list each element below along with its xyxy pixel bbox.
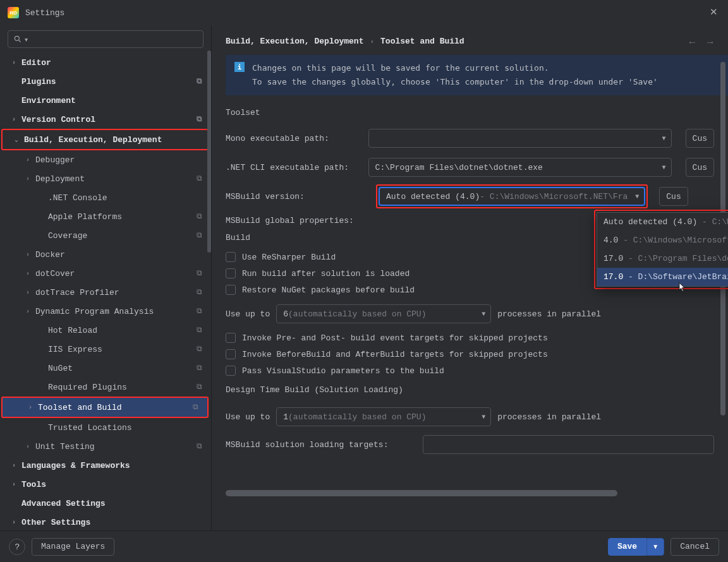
chevron-down-icon: ▼ <box>662 135 666 142</box>
use-resharper-label: Use ReSharper Build <box>242 253 336 262</box>
tree-item-hot-reload[interactable]: Hot Reload⧉ <box>0 321 211 340</box>
tree-item-label: Coverage <box>48 231 87 241</box>
chevron-right-icon: › <box>370 38 374 45</box>
tree-item-docker[interactable]: ›Docker <box>0 245 211 264</box>
tree-item-unit-testing[interactable]: ›Unit Testing⧉ <box>0 437 211 456</box>
build-processes-combo[interactable]: 6 (automatically based on CPU) ▼ <box>276 304 491 323</box>
tree-item-required-plugins[interactable]: Required Plugins⧉ <box>0 378 211 397</box>
settings-tree: ›EditorPlugins⧉Environment›Version Contr… <box>0 53 211 530</box>
tree-item-apple-platforms[interactable]: Apple Platforms⧉ <box>0 207 211 226</box>
sidebar-scrollbar[interactable] <box>207 51 211 527</box>
tree-item-editor[interactable]: ›Editor <box>0 53 211 72</box>
search-icon <box>13 35 22 44</box>
msbuild-version-label: MSBuild version: <box>226 192 371 201</box>
breadcrumb-parent[interactable]: Build, Execution, Deployment <box>226 37 363 46</box>
invoke-beforeafter-checkbox[interactable] <box>226 349 236 359</box>
save-button[interactable]: Save <box>608 538 646 556</box>
chevron-right-icon: › <box>10 59 18 66</box>
nav-forward-icon[interactable]: → <box>705 37 715 47</box>
tree-item-environment[interactable]: Environment <box>0 91 211 110</box>
mono-custom-button[interactable]: Cus <box>686 129 714 148</box>
build-processes-suffix: processes in parallel <box>497 309 601 319</box>
use-resharper-checkbox[interactable] <box>226 252 236 262</box>
mono-path-combo[interactable]: ▼ <box>368 129 672 148</box>
msbuild-loading-targets-label: MSBuild solution loading targets: <box>226 440 415 450</box>
search-clear-icon: ▾ <box>25 36 28 43</box>
msbuild-custom-button[interactable]: Cus <box>659 187 688 206</box>
tree-item-dotcover[interactable]: ›dotCover⧉ <box>0 264 211 283</box>
tree-item-label: Deployment <box>35 174 85 184</box>
layer-icon: ⧉ <box>197 442 202 451</box>
manage-layers-button[interactable]: Manage Layers <box>32 538 114 556</box>
tree-item-other-settings[interactable]: ›Other Settings <box>0 513 211 530</box>
tree-item-languages-frameworks[interactable]: ›Languages & Frameworks <box>0 456 211 475</box>
tree-item-advanced-settings[interactable]: Advanced Settings <box>0 494 211 513</box>
invoke-prepost-checkbox[interactable] <box>226 333 236 343</box>
restore-nuget-checkbox[interactable] <box>226 285 236 295</box>
chevron-right-icon: › <box>10 116 18 123</box>
tree-item-iis-express[interactable]: IIS Express⧉ <box>0 340 211 359</box>
settings-sidebar: ▾ ›EditorPlugins⧉Environment›Version Con… <box>0 25 212 530</box>
chevron-down-icon: ▼ <box>635 193 639 200</box>
tree-item-trusted-locations[interactable]: Trusted Locations <box>0 418 211 437</box>
chevron-right-icon: › <box>24 251 32 258</box>
content-hscrollbar[interactable] <box>226 490 617 496</box>
sidebar-search-input[interactable]: ▾ <box>8 30 203 48</box>
layer-icon: ⧉ <box>197 326 202 335</box>
tree-item-plugins[interactable]: Plugins⧉ <box>0 72 211 91</box>
restore-nuget-label: Restore NuGet packages before build <box>242 285 415 295</box>
breadcrumb: Build, Execution, Deployment › Toolset a… <box>212 25 728 55</box>
save-split-button[interactable]: ▼ <box>646 538 664 556</box>
tree-item-dottrace-profiler[interactable]: ›dotTrace Profiler⧉ <box>0 283 211 302</box>
tree-item-label: Languages & Frameworks <box>21 461 130 470</box>
layer-icon: ⧉ <box>197 383 202 392</box>
chevron-right-icon: › <box>24 270 32 277</box>
close-icon[interactable]: ✕ <box>710 6 718 18</box>
dotnet-cli-combo[interactable]: C:\Program Files\dotnet\dotnet.exe ▼ <box>368 158 672 177</box>
chevron-right-icon: › <box>27 404 34 411</box>
msbuild-option[interactable]: Auto detected (4.0) - C:\Windows\Microso… <box>597 213 728 231</box>
invoke-prepost-label: Invoke Pre- and Post- build event target… <box>242 333 548 343</box>
chevron-down-icon: ▼ <box>482 311 485 318</box>
msbuild-loading-targets-input[interactable] <box>423 435 714 454</box>
mono-path-label: Mono executable path: <box>226 134 361 143</box>
tree-item-label: Other Settings <box>21 518 90 527</box>
tree-item-label: .NET Console <box>48 193 107 203</box>
run-after-load-checkbox[interactable] <box>226 268 236 278</box>
cancel-button[interactable]: Cancel <box>670 538 719 556</box>
app-logo: RD <box>8 7 19 18</box>
layer-icon: ⧉ <box>197 212 202 221</box>
tree-item-label: Trusted Locations <box>48 423 132 433</box>
settings-content: Build, Execution, Deployment › Toolset a… <box>212 25 728 530</box>
tree-item-tools[interactable]: ›Tools <box>0 475 211 494</box>
layer-icon: ⧉ <box>197 345 202 354</box>
tree-item-label: Environment <box>21 96 76 105</box>
design-processes-combo[interactable]: 1 (automatically based on CPU) ▼ <box>276 407 491 426</box>
tree-item-dynamic-program-analysis[interactable]: ›Dynamic Program Analysis⧉ <box>0 302 211 321</box>
design-processes-suffix: processes in parallel <box>497 412 601 422</box>
tree-item-toolset-and-build[interactable]: ›Toolset and Build⧉ <box>3 398 207 417</box>
tree-item-debugger[interactable]: ›Debugger <box>0 150 211 169</box>
tree-item-label: Dynamic Program Analysis <box>35 307 154 316</box>
tree-item-nuget[interactable]: NuGet⧉ <box>0 359 211 378</box>
tree-item-deployment[interactable]: ›Deployment⧉ <box>0 169 211 188</box>
layer-icon: ⧉ <box>197 231 202 240</box>
tree-item-label: Toolset and Build <box>38 403 122 412</box>
pass-vs-checkbox[interactable] <box>226 366 236 376</box>
msbuild-version-combo[interactable]: Auto detected (4.0) - C:\Windows\Microso… <box>379 187 645 206</box>
msbuild-version-dropdown[interactable]: Auto detected (4.0) - C:\Windows\Microso… <box>597 212 728 287</box>
tree-item-coverage[interactable]: Coverage⧉ <box>0 226 211 245</box>
msbuild-option[interactable]: 4.0 - C:\Windows\Microsoft.NET\Framework… <box>597 231 728 249</box>
tree-item-label: Docker <box>35 250 65 260</box>
msbuild-option[interactable]: 17.0 - C:\Program Files\dotnet\sdk\6.0.2… <box>597 249 728 268</box>
dotnet-custom-button[interactable]: Cus <box>686 158 714 177</box>
tree-item-build-execution-deployment[interactable]: ⌄Build, Execution, Deployment <box>3 130 207 149</box>
tree-item--net-console[interactable]: .NET Console <box>0 188 211 207</box>
nav-back-icon[interactable]: ← <box>688 37 698 47</box>
chevron-right-icon: › <box>24 443 32 450</box>
msbuild-global-props-label: MSBuild global properties: <box>226 216 371 225</box>
help-button[interactable]: ? <box>9 539 25 555</box>
msbuild-option[interactable]: 17.0 - D:\Software\JetBrains Rider\tools… <box>597 268 728 286</box>
pass-vs-label: Pass VisualStudio parameters to the buil… <box>242 366 444 376</box>
tree-item-version-control[interactable]: ›Version Control⧉ <box>0 110 211 129</box>
